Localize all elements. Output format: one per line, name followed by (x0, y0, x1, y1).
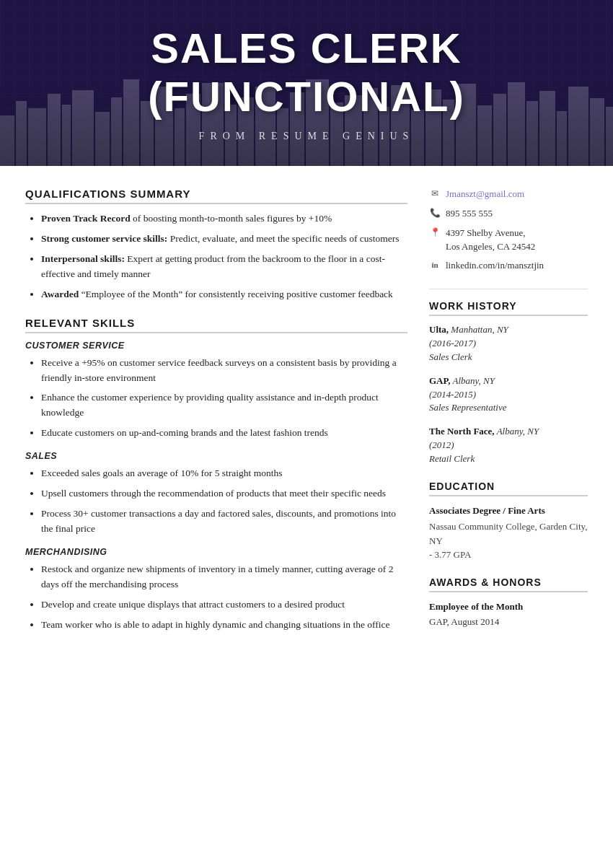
work-history-section: Work History Ulta, Manhattan, NY (2016-2… (429, 300, 588, 466)
award-detail: GAP, August 2014 (429, 615, 588, 629)
customer-service-list: Receive a +95% on customer service feedb… (25, 356, 407, 442)
awards-heading: Awards & Honors (429, 577, 588, 592)
merchandising-subheading: Merchandising (25, 547, 407, 557)
list-item: Strong customer service skills: Predict,… (41, 232, 407, 247)
work-entry-northface: The North Face, Albany, NY (2012) Retail… (429, 425, 588, 466)
list-item: Educate customers on up-and-coming brand… (41, 426, 407, 441)
contact-section: ✉ Jmanszt@gmail.com 📞 895 555 555 📍 4397… (429, 188, 588, 273)
list-item: Interpersonal skills: Expert at getting … (41, 252, 407, 282)
work-date: (2012) (429, 439, 588, 452)
work-location: Albany, NY (451, 375, 495, 386)
list-item: Restock and organize new shipments of in… (41, 562, 407, 592)
list-item: Proven Track Record of boosting month-to… (41, 211, 407, 227)
list-item: Upsell customers through the recommendat… (41, 486, 407, 501)
relevant-skills-heading: Relevant Skills (25, 317, 407, 333)
resume-title: Sales Clerk (Functional) (0, 24, 613, 120)
company-name: Ulta, (429, 324, 449, 335)
right-column: ✉ Jmanszt@gmail.com 📞 895 555 555 📍 4397… (429, 188, 588, 647)
education-section: Education Associates Degree / Fine Arts … (429, 481, 588, 562)
phone-icon: 📞 (429, 208, 441, 219)
work-location: Manhattan, NY (449, 324, 508, 335)
resume-header: Sales Clerk (Functional) From Resume Gen… (0, 0, 613, 166)
linkedin-icon: in (429, 260, 441, 271)
qualifications-section: Qualifications Summary Proven Track Reco… (25, 188, 407, 302)
education-heading: Education (429, 481, 588, 496)
work-title: Sales Clerk (429, 351, 588, 364)
list-item: Enhance the customer experience by provi… (41, 390, 407, 421)
edu-gpa: - 3.77 GPA (429, 548, 588, 562)
left-column: Qualifications Summary Proven Track Reco… (25, 188, 407, 647)
work-location: Albany, NY (495, 426, 539, 437)
edu-school: Nassau Community College, Garden City, N… (429, 520, 588, 548)
linkedin-url: linkedin.com/in/mansztjin (446, 259, 544, 273)
work-date: (2016-2017) (429, 337, 588, 351)
work-history-heading: Work History (429, 300, 588, 316)
list-item: Receive a +95% on customer service feedb… (41, 356, 407, 386)
award-title: Employee of the Month (429, 600, 588, 614)
resume-body: Qualifications Summary Proven Track Reco… (0, 166, 613, 669)
email-link[interactable]: Jmanszt@gmail.com (446, 188, 524, 201)
location-icon: 📍 (429, 227, 441, 239)
company-name: The North Face, (429, 426, 495, 437)
work-title: Retail Clerk (429, 452, 588, 466)
company-name: GAP, (429, 375, 451, 386)
sales-list: Exceeded sales goals an average of 10% f… (25, 466, 407, 537)
address-item: 📍 4397 Shelby Avenue,Los Angeles, CA 245… (429, 227, 588, 254)
award-entry: Employee of the Month GAP, August 2014 (429, 600, 588, 629)
list-item: Exceeded sales goals an average of 10% f… (41, 466, 407, 481)
qualifications-list: Proven Track Record of boosting month-to… (25, 211, 407, 302)
qualifications-heading: Qualifications Summary (25, 188, 407, 204)
list-item: Process 30+ customer transactions a day … (41, 507, 407, 537)
merchandising-list: Restock and organize new shipments of in… (25, 562, 407, 633)
work-entry-ulta: Ulta, Manhattan, NY (2016-2017) Sales Cl… (429, 323, 588, 364)
sales-subheading: Sales (25, 451, 407, 461)
list-item: Develop and create unique displays that … (41, 597, 407, 613)
divider (429, 289, 588, 289)
linkedin-item: in linkedin.com/in/mansztjin (429, 259, 588, 273)
phone-item: 📞 895 555 555 (429, 207, 588, 221)
list-item: Team worker who is able to adapt in high… (41, 618, 407, 633)
phone-number: 895 555 555 (446, 207, 493, 221)
resume-subtitle: From Resume Genius (199, 131, 415, 142)
work-entry-gap: GAP, Albany, NY (2014-2015) Sales Repres… (429, 374, 588, 416)
address-text: 4397 Shelby Avenue,Los Angeles, CA 24542 (446, 227, 535, 254)
edu-degree: Associates Degree / Fine Arts (429, 504, 588, 518)
list-item: Awarded “Employee of the Month” for cons… (41, 287, 407, 302)
edu-entry: Associates Degree / Fine Arts Nassau Com… (429, 504, 588, 562)
work-date: (2014-2015) (429, 388, 588, 402)
customer-service-subheading: Customer Service (25, 341, 407, 351)
relevant-skills-section: Relevant Skills Customer Service Receive… (25, 317, 407, 633)
email-item: ✉ Jmanszt@gmail.com (429, 188, 588, 201)
awards-section: Awards & Honors Employee of the Month GA… (429, 577, 588, 629)
email-icon: ✉ (429, 188, 441, 200)
work-title: Sales Representative (429, 401, 588, 415)
